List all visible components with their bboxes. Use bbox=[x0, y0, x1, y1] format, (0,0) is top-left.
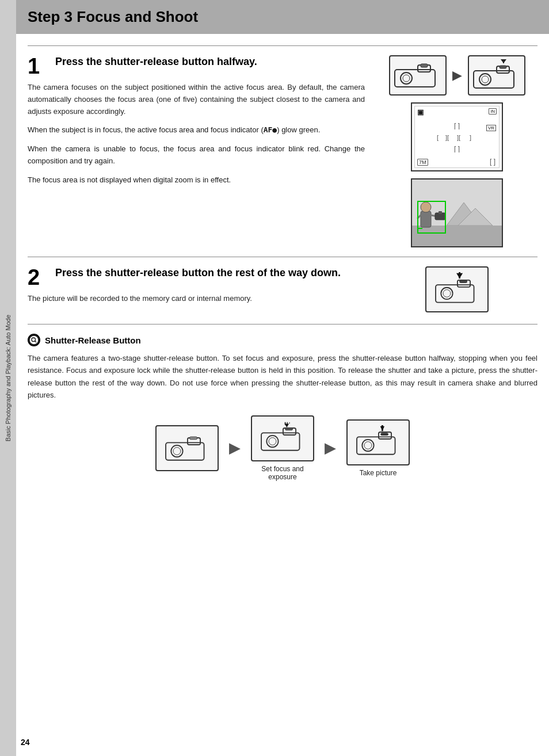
bottom-illustrations: ▶ bbox=[28, 415, 537, 481]
svg-text:][: ][ bbox=[457, 134, 460, 141]
camera-halfpress-down-illustration bbox=[468, 55, 525, 96]
focus-row-top: [ ] bbox=[440, 121, 474, 129]
svg-marker-56 bbox=[285, 423, 289, 427]
svg-text:[ ]: [ ] bbox=[454, 145, 460, 152]
step2-header-row: 2 Press the shutter-release button the r… bbox=[28, 266, 365, 288]
af-symbol: AF● bbox=[264, 125, 277, 134]
svg-rect-4 bbox=[421, 64, 428, 67]
step2-images bbox=[376, 266, 537, 312]
note-title: Shutter-Release Button bbox=[45, 335, 141, 345]
svg-point-40 bbox=[441, 288, 452, 299]
lcd-info-icon: iN bbox=[489, 108, 497, 114]
svg-point-59 bbox=[269, 437, 276, 445]
svg-point-23 bbox=[421, 202, 431, 212]
arrow2-icon: ▶ bbox=[325, 439, 336, 457]
illus-fullpress-label: Take picture bbox=[360, 469, 397, 477]
svg-point-49 bbox=[171, 445, 182, 457]
illus-halfpress: Set focus and exposure bbox=[251, 415, 314, 481]
sidebar-label: Basic Photography and Playback: Auto Mod… bbox=[5, 315, 12, 441]
step1-content: 1 Press the shutter-release button halfw… bbox=[28, 55, 365, 247]
svg-point-8 bbox=[479, 74, 491, 85]
svg-rect-27 bbox=[439, 211, 442, 214]
svg-point-1 bbox=[401, 72, 412, 84]
step2-title: Press the shutter-release button the res… bbox=[55, 266, 341, 280]
step2-number: 2 bbox=[28, 266, 45, 288]
lcd-focus-areas: ▣ iN VR 7M [ ] bbox=[411, 102, 503, 171]
svg-rect-43 bbox=[460, 280, 467, 283]
svg-rect-61 bbox=[285, 428, 293, 430]
camera-halfpress-illustration bbox=[389, 55, 447, 96]
svg-point-2 bbox=[403, 75, 410, 82]
svg-text:][: ][ bbox=[445, 134, 449, 141]
lcd-bracket-br: [ ] bbox=[490, 158, 495, 166]
step1-sub1: When the subject is in focus, the active… bbox=[28, 124, 365, 136]
sidebar: Basic Photography and Playback: Auto Mod… bbox=[0, 0, 16, 756]
lcd-scene-icon: 7M bbox=[417, 159, 428, 166]
camera-fullpress-illustration bbox=[425, 266, 489, 312]
arrow-right-icon: ▶ bbox=[452, 68, 462, 83]
note-body: The camera features a two-stage shutter-… bbox=[28, 352, 537, 402]
main-content: Step 3 Focus and Shoot 1 Press the shutt… bbox=[16, 0, 549, 492]
half-press-row: ▶ bbox=[389, 55, 525, 96]
focus-row-bot: [ ] bbox=[440, 144, 474, 152]
step1-body: The camera focuses on the subject positi… bbox=[28, 82, 365, 117]
step1-number: 1 bbox=[28, 55, 45, 77]
svg-text:[ ]: [ ] bbox=[454, 122, 460, 129]
svg-rect-21 bbox=[412, 226, 503, 247]
step1-section: 1 Press the shutter-release button halfw… bbox=[28, 45, 537, 247]
note-header: Shutter-Release Button bbox=[28, 334, 537, 346]
svg-text:]: ] bbox=[470, 134, 471, 141]
illus-camera-fullpress bbox=[346, 419, 410, 465]
step2-section: 2 Press the shutter-release button the r… bbox=[28, 257, 537, 312]
page-title: Step 3 Focus and Shoot bbox=[28, 8, 537, 26]
svg-rect-22 bbox=[421, 211, 431, 227]
lcd-camera-icon: ▣ bbox=[417, 108, 424, 116]
svg-point-65 bbox=[362, 440, 373, 451]
illus-fullpress: Take picture bbox=[346, 419, 410, 477]
svg-point-44 bbox=[29, 335, 39, 345]
svg-text:[: [ bbox=[437, 134, 439, 141]
lcd-person-svg bbox=[412, 180, 503, 247]
svg-point-58 bbox=[266, 436, 278, 447]
step1-images: ▶ bbox=[376, 55, 537, 247]
svg-rect-68 bbox=[381, 433, 388, 436]
step1-sub3: The focus area is not displayed when dig… bbox=[28, 174, 365, 186]
note-section: Shutter-Release Button The camera featur… bbox=[28, 324, 537, 481]
illus-halfpress-label: Set focus and exposure bbox=[261, 465, 303, 481]
svg-point-41 bbox=[443, 289, 451, 297]
illus-normal bbox=[155, 425, 219, 471]
illus-camera-halfpress bbox=[251, 415, 314, 461]
illus-camera-normal bbox=[155, 425, 219, 471]
step1-header-row: 1 Press the shutter-release button halfw… bbox=[28, 55, 365, 77]
svg-point-50 bbox=[173, 447, 181, 455]
step2-body: The picture will be recorded to the memo… bbox=[28, 293, 365, 305]
focus-row-mid: [ ][ ][ ] bbox=[434, 132, 480, 142]
svg-rect-52 bbox=[190, 437, 197, 440]
focus-area-brackets: [ ] [ ][ ][ ] bbox=[434, 121, 480, 152]
lcd-vr-icon: VR bbox=[486, 125, 496, 131]
svg-point-9 bbox=[482, 76, 489, 83]
svg-point-66 bbox=[364, 441, 372, 449]
page-number: 24 bbox=[21, 738, 30, 747]
step2-content: 2 Press the shutter-release button the r… bbox=[28, 266, 365, 312]
arrow1-icon: ▶ bbox=[229, 439, 241, 457]
lcd-inner: ▣ iN VR 7M [ ] bbox=[414, 106, 500, 168]
step1-sub2: When the camera is unable to focus, the … bbox=[28, 143, 365, 167]
svg-rect-11 bbox=[500, 66, 506, 68]
note-icon bbox=[28, 334, 40, 346]
page-header: Step 3 Focus and Shoot bbox=[16, 0, 549, 34]
step1-title: Press the shutter-release button halfway… bbox=[55, 55, 257, 68]
lcd-person-focus: ▣ AF● iN VR 7M [ ] bbox=[411, 178, 503, 247]
